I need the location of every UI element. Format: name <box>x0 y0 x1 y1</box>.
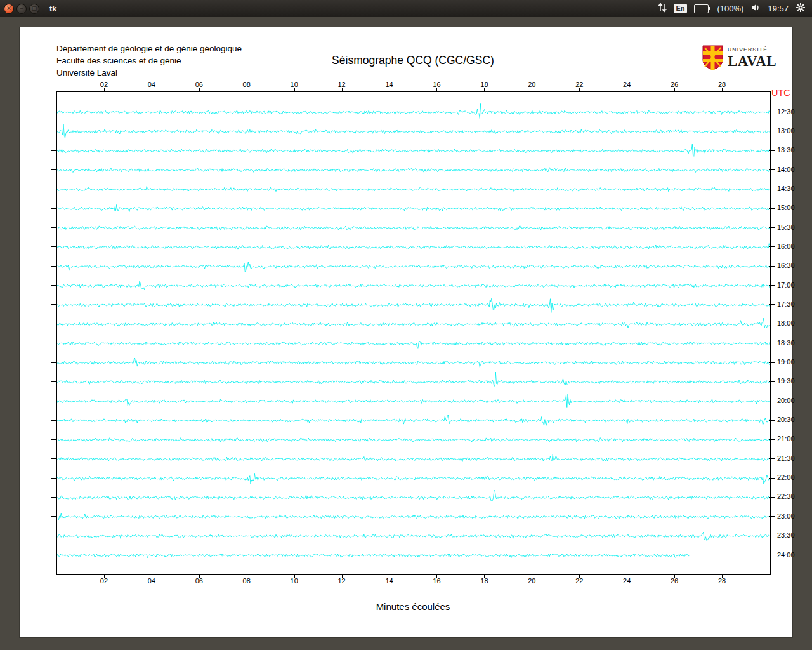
x-tick-mark-top <box>579 88 580 91</box>
row-tick-mark-right <box>769 478 775 479</box>
session-gear-icon[interactable] <box>796 3 806 15</box>
x-tick-mark-top <box>104 88 105 91</box>
x-tick-mark-bottom <box>532 574 532 578</box>
row-tick-mark-left <box>51 208 56 209</box>
row-tick-mark-right <box>769 227 775 228</box>
seismogram-traces <box>57 92 770 574</box>
x-tick-mark-top <box>199 88 200 91</box>
trace-row-label: 21:00 <box>777 435 795 443</box>
row-tick-mark-left <box>51 169 56 170</box>
row-tick-mark-right <box>769 555 775 555</box>
minimize-button-icon[interactable]: − <box>16 4 27 14</box>
clock[interactable]: 19:57 <box>768 4 789 13</box>
x-tick-label-bottom: 14 <box>381 577 398 585</box>
x-tick-mark-top <box>532 88 532 91</box>
trace-row-label: 17:30 <box>777 300 795 308</box>
trace-row-label: 15:30 <box>777 223 795 232</box>
seismo-trace <box>57 242 770 249</box>
seismo-trace <box>57 281 770 290</box>
row-tick-mark-right <box>769 536 775 536</box>
trace-row-label: 24:00 <box>777 551 795 559</box>
trace-row-label: 22:30 <box>777 493 795 501</box>
x-tick-mark-bottom <box>247 574 247 578</box>
logo-text-bottom: LAVAL <box>728 54 776 69</box>
row-tick-mark-right <box>769 112 775 112</box>
x-tick-label-bottom: 06 <box>190 577 208 585</box>
seismo-trace <box>57 554 689 557</box>
trace-row-label: 12:30 <box>777 108 795 116</box>
row-tick-mark-left <box>51 420 56 421</box>
keyboard-layout-indicator[interactable]: En <box>674 4 686 13</box>
seismo-trace <box>57 438 770 442</box>
row-tick-mark-right <box>769 246 775 247</box>
x-tick-mark-bottom <box>579 574 580 578</box>
x-axis-title: Minutes écoulées <box>56 601 769 612</box>
seismo-trace <box>57 144 770 156</box>
x-tick-mark-top <box>674 88 675 91</box>
x-tick-mark-top <box>294 88 295 91</box>
trace-row-label: 20:00 <box>777 397 795 405</box>
close-button-icon[interactable]: ✕ <box>4 4 14 14</box>
row-tick-mark-left <box>51 343 56 343</box>
seismo-trace <box>57 204 770 211</box>
logo-text-top: UNIVERSITÉ <box>728 47 776 53</box>
x-tick-label-bottom: 08 <box>238 577 256 585</box>
seismo-trace <box>57 358 770 367</box>
row-tick-mark-left <box>51 536 56 536</box>
x-tick-mark-top <box>247 88 247 91</box>
trace-row-label: 16:00 <box>777 242 795 251</box>
maximize-button-icon[interactable]: ▢ <box>29 4 39 14</box>
x-tick-label-bottom: 22 <box>570 577 588 585</box>
row-tick-mark-left <box>51 304 56 305</box>
updown-arrows-icon[interactable] <box>658 3 667 15</box>
x-tick-mark-top <box>436 88 437 91</box>
x-tick-mark-bottom <box>104 574 105 578</box>
seismo-trace <box>57 168 770 173</box>
seismo-trace <box>57 372 770 386</box>
row-tick-mark-right <box>769 420 775 421</box>
row-tick-mark-right <box>769 208 775 209</box>
row-tick-mark-left <box>51 266 56 267</box>
page-title: Séismographe QCQ (CGC/GSC) <box>56 54 769 67</box>
trace-row-label: 20:30 <box>777 416 795 424</box>
row-tick-mark-left <box>51 497 56 498</box>
trace-row-label: 14:00 <box>777 166 795 174</box>
x-tick-mark-bottom <box>627 574 627 578</box>
x-tick-mark-bottom <box>436 574 437 578</box>
trace-row-label: 17:00 <box>777 281 795 289</box>
row-tick-mark-right <box>769 497 775 498</box>
seismo-trace <box>57 415 770 426</box>
trace-row-label: 19:30 <box>777 377 795 385</box>
row-tick-mark-right <box>769 381 775 382</box>
row-tick-mark-right <box>769 516 775 517</box>
laval-shield-icon <box>702 45 723 70</box>
trace-row-label: 18:30 <box>777 339 795 347</box>
x-tick-mark-bottom <box>390 574 390 578</box>
battery-icon[interactable] <box>694 4 710 13</box>
volume-icon[interactable] <box>750 3 761 15</box>
trace-row-label: 19:00 <box>777 358 795 366</box>
seismo-trace <box>57 490 770 501</box>
row-tick-mark-left <box>51 401 56 401</box>
x-tick-mark-bottom <box>722 574 723 578</box>
row-tick-mark-left <box>51 189 56 189</box>
x-tick-mark-top <box>627 88 627 91</box>
row-tick-mark-left <box>51 285 56 286</box>
x-tick-label-bottom: 02 <box>95 577 113 585</box>
row-tick-mark-left <box>51 324 56 324</box>
x-tick-label-bottom: 20 <box>523 577 540 585</box>
seismo-trace <box>57 186 770 191</box>
universite-laval-logo: UNIVERSITÉ LAVAL <box>702 45 776 70</box>
utc-axis-label: UTC <box>771 88 790 98</box>
x-tick-label-bottom: 24 <box>618 577 636 585</box>
seismo-trace <box>57 318 770 328</box>
top-panel: ✕ − ▢ tk En (100%) 19:57 <box>0 0 812 17</box>
window-controls: ✕ − ▢ <box>4 4 39 14</box>
row-tick-mark-left <box>51 458 56 459</box>
seismo-trace <box>57 124 770 138</box>
row-tick-mark-right <box>769 150 775 151</box>
trace-row-label: 14:30 <box>777 185 795 193</box>
x-tick-mark-top <box>152 88 152 91</box>
row-tick-mark-left <box>51 150 56 151</box>
seismo-trace <box>57 513 770 520</box>
